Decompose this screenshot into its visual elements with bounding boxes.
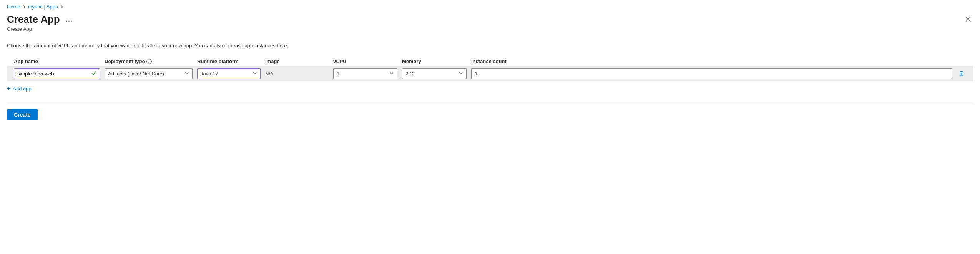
app-row: Artifacts (Java/.Net Core) Java 17 N/A 1… <box>7 66 973 81</box>
col-header-memory: Memory <box>402 58 471 64</box>
col-header-deployment: Deployment type i <box>105 58 197 64</box>
instance-count-field[interactable] <box>475 71 949 77</box>
chevron-down-icon <box>458 71 463 76</box>
create-button[interactable]: Create <box>7 109 38 120</box>
runtime-platform-value: Java 17 <box>201 71 252 77</box>
check-icon <box>91 70 96 77</box>
trash-icon <box>958 70 965 77</box>
add-app-label: Add app <box>13 86 31 92</box>
app-name-field[interactable] <box>17 71 91 77</box>
plus-icon: + <box>7 85 10 92</box>
col-header-vcpu: vCPU <box>333 58 402 64</box>
col-header-appname: App name <box>14 58 105 64</box>
page-title: Create App ··· <box>7 13 74 25</box>
col-header-runtime: Runtime platform <box>197 58 265 64</box>
memory-select[interactable]: 2 Gi <box>402 68 467 79</box>
deployment-type-select[interactable]: Artifacts (Java/.Net Core) <box>105 68 193 79</box>
breadcrumb-home[interactable]: Home <box>7 4 20 10</box>
vcpu-select[interactable]: 1 <box>333 68 397 79</box>
info-icon[interactable]: i <box>146 59 152 64</box>
chevron-right-icon <box>60 4 63 10</box>
breadcrumb-path[interactable]: myasa | Apps <box>28 4 58 10</box>
deployment-type-value: Artifacts (Java/.Net Core) <box>108 71 184 77</box>
page-subtitle: Create App <box>7 26 74 32</box>
chevron-down-icon <box>252 71 257 76</box>
page-title-text: Create App <box>7 13 60 25</box>
delete-row-button[interactable] <box>957 69 966 78</box>
chevron-down-icon <box>389 71 394 76</box>
close-button[interactable] <box>963 13 973 26</box>
memory-value: 2 Gi <box>405 71 458 77</box>
col-header-deployment-label: Deployment type <box>105 58 145 64</box>
add-app-button[interactable]: + Add app <box>7 81 973 96</box>
chevron-down-icon <box>184 71 189 76</box>
column-headers: App name Deployment type i Runtime platf… <box>7 57 973 66</box>
close-icon <box>965 17 971 22</box>
app-name-input[interactable] <box>14 68 100 79</box>
col-header-image: Image <box>265 58 333 64</box>
image-value: N/A <box>265 71 333 77</box>
description-text: Choose the amount of vCPU and memory tha… <box>7 43 973 48</box>
col-header-instance: Instance count <box>471 58 966 64</box>
runtime-platform-select[interactable]: Java 17 <box>197 68 261 79</box>
vcpu-value: 1 <box>337 71 389 77</box>
footer: Create <box>7 103 973 120</box>
more-icon[interactable]: ··· <box>65 17 75 26</box>
instance-count-input[interactable] <box>471 68 952 79</box>
breadcrumb: Home myasa | Apps <box>7 4 973 10</box>
chevron-right-icon <box>23 4 26 10</box>
